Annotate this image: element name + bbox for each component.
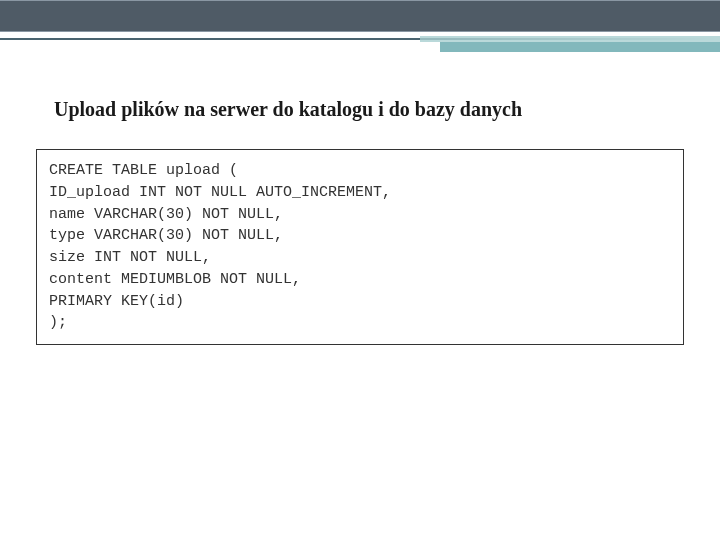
accent-stripes [0,36,720,62]
header-band [0,0,720,32]
accent-bar-main [440,42,720,52]
sql-code-block: CREATE TABLE upload ( ID_upload INT NOT … [36,149,684,345]
slide-content: Upload plików na serwer do katalogu i do… [0,80,720,345]
page-title: Upload plików na serwer do katalogu i do… [54,98,674,121]
